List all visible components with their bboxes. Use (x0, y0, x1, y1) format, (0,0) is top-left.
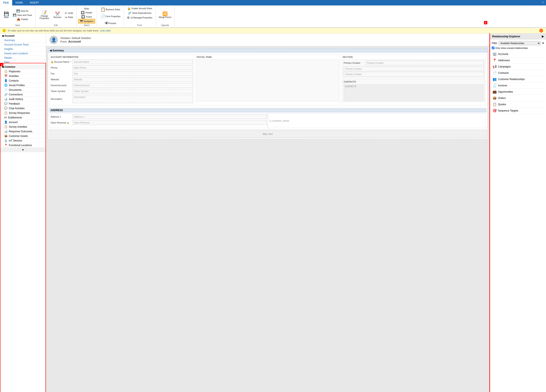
sidebar-item-details[interactable]: Details (0, 56, 46, 60)
phone-label: Phone (51, 66, 72, 69)
sidebar-item-feedback[interactable]: 💬 Feedback (0, 101, 46, 106)
phone-input[interactable]: Main Phone (72, 65, 193, 70)
save-group-label: Save (15, 24, 20, 26)
open-revenue-input[interactable]: Open Revenue (72, 120, 267, 125)
account-access-team-label: Account Access Team (4, 43, 29, 46)
sidebar-item-insights[interactable]: Insights (0, 47, 46, 51)
business-rules-icon: 📋 (100, 7, 106, 12)
opportunities-rel-icon: 💼 (493, 90, 497, 94)
parent-account-label: Parent Account (51, 84, 72, 87)
notification-link[interactable]: undo edits (100, 29, 111, 32)
description-input[interactable]: Description (72, 95, 193, 103)
tab-insert[interactable]: INSERT (26, 0, 42, 6)
rel-item-customer-relationships[interactable]: 👥 Customer Relationships (492, 76, 544, 82)
remove-button[interactable]: ✂️ Remove (52, 11, 63, 20)
preview-button[interactable]: 👁 Preview (101, 20, 120, 26)
sidebar-item-activities[interactable]: 📅 Activities (0, 74, 46, 78)
sidebar-item-documents[interactable]: 📄 Documents (0, 88, 46, 92)
managed-properties-button[interactable]: ⚙ 10 Managed Properties (126, 15, 154, 20)
enable-security-icon: 🔒 (127, 7, 131, 10)
sidebar-item-contacts[interactable]: 👤 Contacts (0, 78, 46, 83)
business-rules-label: Business Rules (106, 8, 120, 11)
sidebar-item-social-profiles[interactable]: 🌐 Social Profiles (0, 83, 46, 88)
opportunities-rel-label: Opportunities (498, 90, 513, 93)
lock-icon: 🔒 (51, 61, 54, 63)
account-section-header[interactable]: ◀ Account (0, 33, 46, 38)
enable-security-button[interactable]: 🔒 Enable Security Roles (126, 6, 154, 11)
address1-input[interactable]: Address 1 (72, 114, 267, 119)
primary-contact-input-3[interactable]: Primary Contact (344, 72, 484, 77)
summary-header[interactable]: ◀ Summary (48, 48, 488, 53)
rel-item-addresses[interactable]: 📍 Addresses (492, 57, 544, 64)
survey-responses-label: Survey Responses (9, 111, 30, 114)
sidebar-item-functional-locations[interactable]: 📍 Functional Locations (0, 143, 46, 148)
fax-input[interactable]: Fax (72, 71, 193, 76)
ticker-symbol-input[interactable]: Ticker Symbol (72, 89, 193, 93)
merge-forms-button[interactable]: 🔀 Merge Forms (157, 11, 173, 20)
sidebar-item-survey-activities[interactable]: 📋 Survey Activities (0, 124, 46, 129)
sidebar-item-audit-history[interactable]: 📊 Audit History (0, 97, 46, 101)
show-dependencies-label: Show Dependencies (132, 12, 151, 14)
account-section-label: Account (4, 34, 14, 37)
business-rules-button[interactable]: 📋 Business Rules (99, 6, 122, 13)
save-as-button[interactable]: 💾 Save As (11, 9, 33, 13)
form-header: 👤 Solution: Default Solution Form: Accou… (46, 33, 489, 46)
remove-icon: ✂️ (55, 12, 60, 16)
tab-home[interactable]: HOME (12, 0, 26, 6)
rel-item-invoices[interactable]: 🧾 Invoices (492, 82, 544, 89)
sidebar-item-response-outcomes[interactable]: 📊 Response Outcomes (0, 129, 46, 134)
change-properties-button[interactable]: 📝 Change Properties (37, 9, 52, 20)
rel-item-sequence-targets[interactable]: 🎯 Sequence Targets (492, 108, 544, 114)
sidebar-item-chat-activities[interactable]: 💬 Chat Activities (0, 106, 46, 111)
save-close-button[interactable]: 💾 Save and Close (11, 13, 33, 17)
filter-select[interactable]: Available Relationships Used Relationshi… (499, 41, 540, 45)
section-column: Section Primary Contact Primary Contact … (342, 54, 486, 105)
publish-button[interactable]: 📤 Publish (11, 17, 33, 21)
navigation-button[interactable]: 🗺 Navigation (78, 19, 95, 24)
unused-relationships-checkbox[interactable] (492, 46, 494, 49)
footer-button[interactable]: 🔲 Footer (78, 15, 95, 19)
parent-account-input[interactable]: Parent Account (72, 83, 193, 88)
social-pane-column: SOCIAL PANE (195, 54, 340, 105)
sidebar-item-playbooks[interactable]: 📋 Playbooks (0, 69, 46, 74)
field-open-revenue: Open Revenue 🔒 Open Revenue (51, 120, 267, 125)
tab-file[interactable]: FILE (0, 0, 12, 6)
body-button[interactable]: Body (78, 7, 95, 11)
footer-icon: 🔲 (81, 15, 85, 18)
form-properties-button[interactable]: 📄 Form Properties (99, 13, 122, 20)
rel-item-opportunities[interactable]: 💼 Opportunities (492, 89, 544, 95)
sidebar-item-survey-responses[interactable]: 📋 Survey Responses (0, 111, 46, 115)
close-icon[interactable]: ▶ (542, 35, 544, 38)
account-name-input[interactable]: Account Name (72, 59, 193, 64)
redo-button[interactable]: ↪ Redo (63, 15, 75, 19)
sidebar-item-iot-devices[interactable]: 📡 IoT Devices (0, 138, 46, 143)
rel-item-contracts[interactable]: 📄 Contracts (492, 70, 544, 76)
field-ticker-symbol: Ticker Symbol Ticker Symbol (51, 89, 193, 93)
sidebar-item-entitlements[interactable]: 🏷 Entitlements (0, 115, 46, 120)
save-button[interactable]: 💾 Save (2, 11, 11, 20)
ribbon: FILE HOME INSERT ? 💾 Save 💾 Save As 💾 (0, 0, 546, 28)
show-dependencies-button[interactable]: 🔗 Show Dependencies (126, 11, 153, 15)
sidebar-scroll-down[interactable]: ▼ (0, 148, 46, 152)
sidebar-item-customer-assets[interactable]: 📦 Customer Assets (0, 134, 46, 138)
common-section-header[interactable]: ◀ Common (0, 65, 46, 69)
website-input[interactable]: Website (72, 77, 193, 82)
activities-icon: 📅 (4, 74, 7, 78)
undo-button[interactable]: ↩ Undo (63, 11, 75, 15)
sidebar-item-summary[interactable]: Summary (0, 38, 46, 43)
sidebar-item-account[interactable]: 👤 account (0, 120, 46, 124)
sidebar-item-connections[interactable]: 🔗 Connections (0, 92, 46, 97)
help-button[interactable]: ? (540, 0, 546, 6)
sidebar-item-files[interactable]: Files (0, 60, 46, 65)
sidebar-item-account-access-team[interactable]: Account Access Team (0, 43, 46, 47)
rel-item-orders[interactable]: 📦 Orders (492, 95, 544, 101)
rel-item-quotes[interactable]: 📋 Quotes (492, 101, 544, 108)
primary-contact-input[interactable]: Primary Contact (365, 61, 484, 65)
primary-contact-input-2[interactable]: Primary Contact (344, 66, 484, 71)
header-button[interactable]: 🔲 Header (78, 11, 95, 15)
rel-item-accounts[interactable]: 🏢 Accounts (492, 51, 544, 57)
ribbon-group-form-ops: 📋 Business Rules 📄 Form Properties 👁 Pre… (97, 6, 124, 27)
address-header[interactable]: ADDRESS (49, 108, 487, 113)
rel-item-campaigns[interactable]: 📢 Campaigns (492, 64, 544, 70)
sidebar-item-assets-locations[interactable]: Assets and Locations (0, 51, 46, 56)
